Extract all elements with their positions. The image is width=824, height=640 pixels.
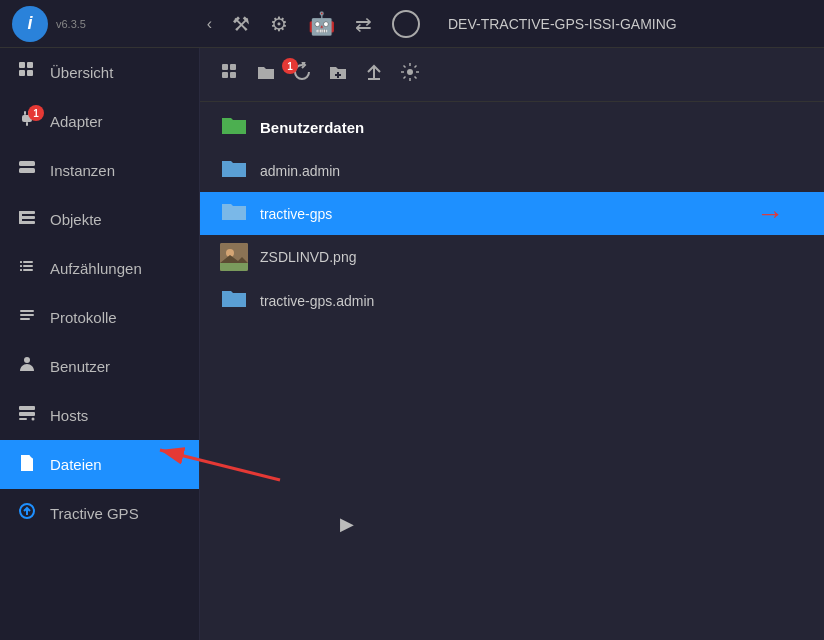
topbar-icons: ⚒ ⚙ 🤖 ⇄ DEV-TRACTIVE-GPS-ISSI-GAMING <box>212 10 812 38</box>
arrow-indicator-tractive: → <box>756 198 784 230</box>
svg-rect-17 <box>23 265 33 267</box>
sidebar-item-protokolle[interactable]: Protokolle <box>0 293 199 342</box>
sidebar: Übersicht Adapter 1 <box>0 48 200 640</box>
svg-rect-20 <box>20 265 22 267</box>
svg-rect-22 <box>20 310 34 312</box>
file-item-admin-admin[interactable]: admin.admin <box>200 149 824 192</box>
file-name-admin-admin: admin.admin <box>260 163 340 179</box>
list-icon <box>16 306 38 329</box>
svg-rect-1 <box>27 62 33 68</box>
folder-blue-icon-admin <box>220 157 248 184</box>
svg-rect-35 <box>230 72 236 78</box>
sidebar-label-instanzen: Instanzen <box>50 162 115 179</box>
svg-point-25 <box>24 357 30 363</box>
image-icon-zsdlinvd <box>220 243 248 271</box>
sidebar-label-tractive-gps: Tractive GPS <box>50 505 139 522</box>
wrench-icon[interactable]: ⚒ <box>232 12 250 36</box>
list-check-icon <box>16 257 38 280</box>
app-logo: i <box>12 6 48 42</box>
sidebar-item-dateien[interactable]: Dateien <box>0 440 199 489</box>
server-icon <box>16 159 38 182</box>
folder-blue-icon-tractive <box>220 200 248 227</box>
new-folder-button[interactable] <box>324 58 352 91</box>
svg-rect-2 <box>19 70 25 76</box>
grid-icon <box>16 61 38 84</box>
svg-rect-0 <box>19 62 25 68</box>
sidebar-item-instanzen[interactable]: Instanzen <box>0 146 199 195</box>
person-icon <box>16 355 38 378</box>
server-name: DEV-TRACTIVE-GPS-ISSI-GAMING <box>448 16 677 32</box>
file-name-benutzerdaten: Benutzerdaten <box>260 119 364 136</box>
file-name-tractive-gps-admin: tractive-gps.admin <box>260 293 374 309</box>
folder-green-icon <box>220 114 248 141</box>
sidebar-label-dateien: Dateien <box>50 456 102 473</box>
app-version: v6.3.5 <box>56 18 86 30</box>
file-item-tractive-gps[interactable]: tractive-gps → <box>200 192 824 235</box>
sidebar-item-hosts[interactable]: Hosts <box>0 391 199 440</box>
svg-rect-4 <box>24 111 26 115</box>
svg-rect-7 <box>26 122 28 126</box>
svg-rect-3 <box>27 70 33 76</box>
file-name-tractive-gps: tractive-gps <box>260 206 332 222</box>
sidebar-label-ubersicht: Übersicht <box>50 64 113 81</box>
sidebar-item-adapter[interactable]: Adapter 1 <box>0 97 199 146</box>
object-icon <box>16 208 38 231</box>
svg-rect-24 <box>20 318 30 320</box>
sidebar-label-objekte: Objekte <box>50 211 102 228</box>
svg-rect-16 <box>23 261 33 263</box>
sidebar-item-aufzahlungen[interactable]: Aufzählungen <box>0 244 199 293</box>
file-name-zsdlinvd: ZSDLINVD.png <box>260 249 356 265</box>
toolbar-badge: 1 <box>282 58 298 74</box>
sidebar-label-benutzer: Benutzer <box>50 358 110 375</box>
circle-arrow-icon <box>16 502 38 525</box>
sidebar-label-hosts: Hosts <box>50 407 88 424</box>
svg-rect-21 <box>20 269 22 271</box>
svg-rect-28 <box>19 418 27 420</box>
svg-rect-18 <box>23 269 33 271</box>
content-area: 1 <box>200 48 824 640</box>
folder-blue-icon-tractive-admin <box>220 287 248 314</box>
circle-icon[interactable] <box>392 10 420 38</box>
svg-rect-23 <box>20 314 34 316</box>
file-toolbar: 1 <box>200 48 824 102</box>
svg-point-40 <box>407 69 413 75</box>
file-item-zsdlinvd[interactable]: ZSDLINVD.png <box>200 235 824 279</box>
gear-icon[interactable]: ⚙ <box>270 12 288 36</box>
file-item-tractive-gps-admin[interactable]: tractive-gps.admin <box>200 279 824 322</box>
svg-rect-15 <box>19 211 22 224</box>
svg-rect-26 <box>19 406 35 410</box>
svg-rect-19 <box>20 261 22 263</box>
sidebar-item-benutzer[interactable]: Benutzer <box>0 342 199 391</box>
svg-point-29 <box>32 418 35 421</box>
topbar-left: i v6.3.5 ‹ <box>12 6 212 42</box>
svg-point-10 <box>31 163 33 165</box>
toolbar-settings-button[interactable] <box>396 58 424 91</box>
main-layout: Übersicht Adapter 1 <box>0 48 824 640</box>
svg-rect-34 <box>222 72 228 78</box>
robot-icon[interactable]: 🤖 <box>308 11 335 37</box>
sidebar-item-tractive-gps[interactable]: Tractive GPS <box>0 489 199 538</box>
file-icon <box>16 453 38 476</box>
sidebar-item-objekte[interactable]: Objekte <box>0 195 199 244</box>
topbar: i v6.3.5 ‹ ⚒ ⚙ 🤖 ⇄ DEV-TRACTIVE-GPS-ISSI… <box>0 0 824 48</box>
sidebar-label-adapter: Adapter <box>50 113 103 130</box>
hosts-icon <box>16 404 38 427</box>
svg-point-11 <box>31 170 33 172</box>
sync-icon[interactable]: ⇄ <box>355 12 372 36</box>
sidebar-label-aufzahlungen: Aufzählungen <box>50 260 142 277</box>
file-item-benutzerdaten[interactable]: Benutzerdaten <box>200 106 824 149</box>
sidebar-item-ubersicht[interactable]: Übersicht <box>0 48 199 97</box>
upload-button[interactable] <box>360 58 388 91</box>
grid-view-button[interactable] <box>216 58 244 91</box>
sidebar-label-protokolle: Protokolle <box>50 309 117 326</box>
svg-rect-32 <box>222 64 228 70</box>
folder-button[interactable] <box>252 58 280 91</box>
file-list: Benutzerdaten admin.admin tractive <box>200 102 824 640</box>
svg-rect-33 <box>230 64 236 70</box>
svg-rect-27 <box>19 412 35 416</box>
adapter-badge: 1 <box>28 105 44 121</box>
svg-rect-44 <box>220 263 248 271</box>
